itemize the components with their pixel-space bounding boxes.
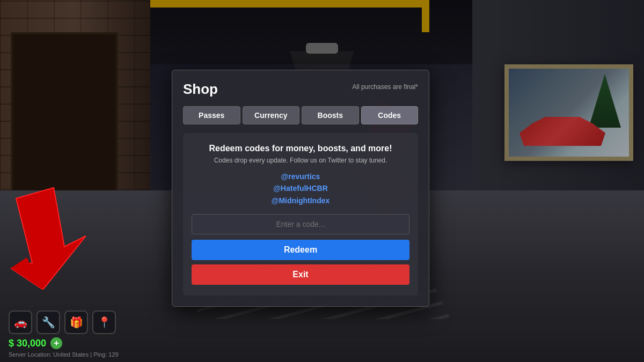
tab-codes[interactable]: Codes (361, 106, 419, 124)
bottom-hud: 🚗 🔧 🎁 📍 $ 30,000 + Server Location: Unit… (0, 314, 644, 362)
server-info: Server Location: United States | Ping: 1… (9, 351, 635, 358)
codes-subtext: Codes drop every update. Follow us on Tw… (192, 157, 409, 164)
shop-modal: Shop All purchases are final* Passes Cur… (172, 70, 429, 307)
money-plus-button[interactable]: + (50, 337, 62, 349)
car-icon-button[interactable]: 🚗 (9, 311, 32, 334)
modal-disclaimer: All purchases are final* (352, 83, 418, 91)
codes-content: Redeem codes for money, boosts, and more… (183, 133, 418, 295)
tools-icon-button[interactable]: 🔧 (36, 311, 60, 334)
hud-icons: 🚗 🔧 🎁 📍 (9, 311, 635, 334)
social-hateful[interactable]: @HatefulHCBR (192, 182, 409, 194)
location-icon-button[interactable]: 📍 (92, 311, 116, 334)
tabs-row: Passes Currency Boosts Codes (183, 106, 418, 124)
money-amount: $ 30,000 (9, 338, 46, 349)
social-midnight[interactable]: @MidnightIndex (192, 195, 409, 206)
redeem-button[interactable]: Redeem (192, 240, 409, 260)
tab-currency[interactable]: Currency (243, 106, 300, 124)
gift-icon-button[interactable]: 🎁 (64, 311, 88, 334)
modal-header: Shop All purchases are final* (183, 81, 418, 98)
social-revurtics[interactable]: @revurtics (192, 171, 409, 182)
modal-title: Shop (183, 81, 218, 98)
codes-heading: Redeem codes for money, boosts, and more… (192, 144, 409, 153)
codes-socials: @revurtics @HatefulHCBR @MidnightIndex (192, 171, 409, 206)
tab-boosts[interactable]: Boosts (302, 106, 359, 124)
tab-passes[interactable]: Passes (183, 106, 240, 124)
hud-money-row: $ 30,000 + (9, 337, 635, 349)
exit-button[interactable]: Exit (192, 264, 409, 285)
code-input[interactable] (192, 214, 409, 234)
